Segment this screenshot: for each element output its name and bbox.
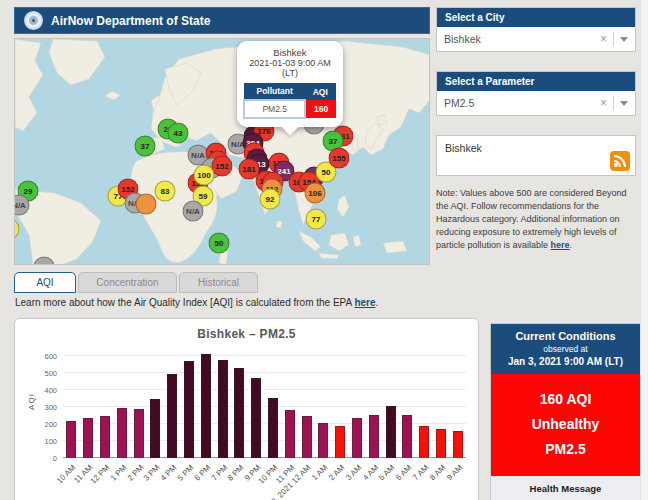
parameter-panel: Select a Parameter PM2.5 × xyxy=(436,71,636,116)
map-marker[interactable]: 77 xyxy=(306,209,327,230)
conditions-header: Current Conditions observed at Jan 3, 20… xyxy=(491,324,640,374)
rss-city-label: Bishkek xyxy=(445,142,482,154)
tab-concentration[interactable]: Concentration xyxy=(78,272,177,293)
chart-bar[interactable] xyxy=(251,378,261,458)
epa-here-link[interactable]: here xyxy=(354,297,375,308)
chart-bars-layer xyxy=(63,347,466,458)
chart-bar-slot xyxy=(113,347,130,458)
map-marker[interactable]: N/A xyxy=(183,201,204,222)
rss-icon[interactable] xyxy=(610,151,630,171)
chart-bar[interactable] xyxy=(167,374,177,458)
city-select[interactable]: Bishkek × xyxy=(437,27,635,51)
chevron-down-icon[interactable] xyxy=(620,37,628,42)
chart-bar[interactable] xyxy=(302,416,312,458)
parameter-clear-icon[interactable]: × xyxy=(594,96,613,110)
parameter-select[interactable]: PM2.5 × xyxy=(437,91,635,115)
health-message-title: Health Message xyxy=(500,483,631,494)
tab-historical[interactable]: Historical xyxy=(179,272,258,293)
chart-bar-slot xyxy=(63,347,80,458)
chart-bar[interactable] xyxy=(335,426,345,458)
chart-bar[interactable] xyxy=(66,421,76,458)
map-marker[interactable]: 37 xyxy=(135,136,156,157)
chart-bar[interactable] xyxy=(218,360,228,458)
chart-bar-slot xyxy=(265,347,282,458)
tab-aqi[interactable]: AQI xyxy=(14,272,76,293)
learn-more-suffix: . xyxy=(376,297,379,308)
chart-bar[interactable] xyxy=(184,361,194,458)
map-popup: Bishkek 2021-01-03 9:00 AM (LT) Pollutan… xyxy=(237,41,343,127)
chart-bar-slot xyxy=(181,347,198,458)
city-panel: Select a City Bishkek × xyxy=(436,7,636,52)
chart-x-labels: 10 AM11 AM12 PM1 PM2 PM3 PM4 PM5 PM6 PM7… xyxy=(63,461,466,500)
sidebar: Select a City Bishkek × Select a Paramet… xyxy=(436,7,636,252)
city-select-value: Bishkek xyxy=(444,33,594,45)
conditions-aqi-category: Unhealthy xyxy=(495,412,636,437)
world-aqi-map[interactable]: 37234329N/A77152N/A8315359N/AN/A164166N/… xyxy=(14,38,430,265)
chart-bar[interactable] xyxy=(268,398,278,458)
map-marker[interactable]: 50 xyxy=(209,233,230,254)
note-text: Note: Values above 500 are considered Be… xyxy=(436,188,626,250)
chart-bar[interactable] xyxy=(402,415,412,458)
chart-bar[interactable] xyxy=(234,368,244,458)
chart-bar[interactable] xyxy=(83,418,93,458)
chart-y-tick-label: 400 xyxy=(31,386,57,395)
map-marker[interactable]: 43 xyxy=(168,123,189,144)
city-clear-icon[interactable]: × xyxy=(594,32,613,46)
city-panel-title: Select a City xyxy=(437,8,635,27)
aqi-bar-chart: Bishkek – PM2.5 AQI 0100200300400500600 … xyxy=(14,318,479,500)
chart-bar[interactable] xyxy=(100,416,110,458)
chart-bar-slot xyxy=(399,347,416,458)
select-divider xyxy=(613,96,614,110)
chart-bar-slot xyxy=(214,347,231,458)
note-here-link[interactable]: here xyxy=(551,240,570,250)
conditions-pollutant: PM2.5 xyxy=(495,437,636,462)
conditions-aqi-value: 160 AQI xyxy=(495,387,636,412)
chart-bar[interactable] xyxy=(352,418,362,458)
chart-bar-slot xyxy=(365,347,382,458)
chart-bar-slot xyxy=(332,347,349,458)
chart-bar[interactable] xyxy=(318,423,328,458)
chart-bar-slot xyxy=(130,347,147,458)
map-marker[interactable]: 92 xyxy=(260,189,281,210)
chart-bar[interactable] xyxy=(150,399,160,458)
view-tabs: AQI Concentration Historical xyxy=(14,272,258,293)
chart-bar-slot xyxy=(231,347,248,458)
chart-bar-slot xyxy=(298,347,315,458)
map-marker[interactable]: 100 xyxy=(194,165,215,186)
chart-bar-slot xyxy=(433,347,450,458)
chart-bar-slot xyxy=(382,347,399,458)
chart-bar-slot xyxy=(147,347,164,458)
chart-bar[interactable] xyxy=(453,431,463,458)
map-marker[interactable]: 155 xyxy=(329,148,350,169)
chart-bar[interactable] xyxy=(134,409,144,458)
conditions-aqi-block: 160 AQI Unhealthy PM2.5 xyxy=(491,374,640,476)
conditions-title: Current Conditions xyxy=(495,330,636,342)
popup-table: Pollutant AQI PM2.5 160 xyxy=(243,83,337,119)
chart-bar-slot xyxy=(315,347,332,458)
chart-y-tick-label: 0 xyxy=(31,454,57,463)
popup-pollutant-header: Pollutant xyxy=(244,83,305,100)
map-marker[interactable] xyxy=(136,194,157,215)
chevron-down-icon[interactable] xyxy=(620,101,628,106)
map-marker[interactable]: 152 xyxy=(212,156,233,177)
chart-bar-slot xyxy=(416,347,433,458)
chart-bar[interactable] xyxy=(369,415,379,458)
chart-bar[interactable] xyxy=(419,426,429,458)
chart-bar[interactable] xyxy=(386,406,396,458)
conditions-observed-at: observed at xyxy=(495,344,636,354)
map-marker[interactable]: 106 xyxy=(305,183,326,204)
popup-pollutant-value: PM2.5 xyxy=(244,100,305,118)
chart-bar[interactable] xyxy=(117,408,127,458)
chart-bar[interactable] xyxy=(436,429,446,458)
map-marker[interactable]: 83 xyxy=(155,181,176,202)
chart-bar-slot xyxy=(349,347,366,458)
chart-bar-slot xyxy=(449,347,466,458)
chart-bar-slot xyxy=(281,347,298,458)
parameter-panel-title: Select a Parameter xyxy=(437,72,635,91)
chart-bar[interactable] xyxy=(201,354,211,458)
popup-timezone: (LT) xyxy=(242,68,338,78)
page-scrollbar[interactable] xyxy=(640,0,648,500)
chart-bar[interactable] xyxy=(285,410,295,458)
select-divider xyxy=(613,32,614,46)
popup-datetime: 2021-01-03 9:00 AM xyxy=(242,58,338,68)
